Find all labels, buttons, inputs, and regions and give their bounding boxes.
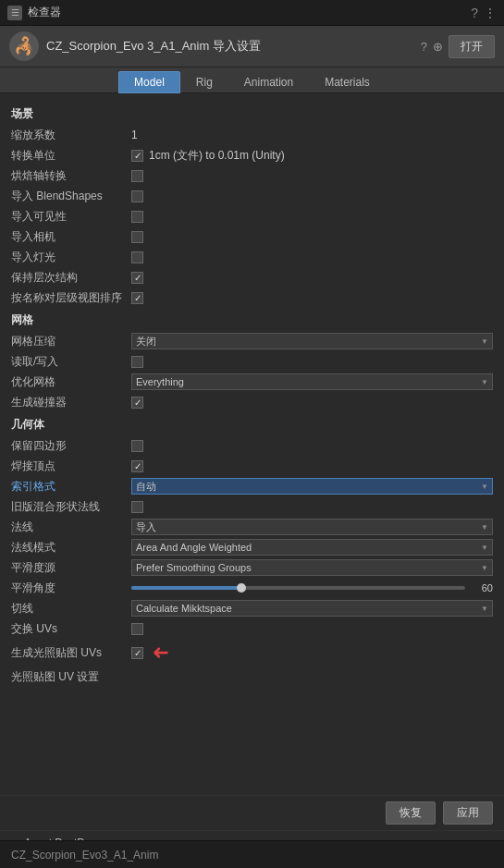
checkbox-bake-axis[interactable]: [131, 170, 143, 182]
convert-units-text: 1cm (文件) to 0.01m (Unity): [149, 148, 285, 164]
tab-rig[interactable]: Rig: [180, 71, 228, 93]
value-weld-vertices: [131, 460, 493, 472]
smoothing-angle-track[interactable]: [131, 586, 465, 590]
chevron-down-icon: ▼: [481, 544, 488, 552]
label-read-write: 读取/写入: [11, 354, 131, 370]
import-settings-title: CZ_Scorpion_Evo 3_A1_Anim 导入设置: [46, 38, 413, 55]
tab-model[interactable]: Model: [118, 71, 180, 93]
value-sort-by-name: [131, 292, 493, 304]
help-icon[interactable]: ?: [471, 6, 478, 20]
checkbox-read-write[interactable]: [131, 356, 143, 368]
more-icon[interactable]: ⋮: [484, 6, 497, 20]
row-import-camera: 导入相机: [11, 227, 493, 246]
revert-button[interactable]: 恢复: [386, 801, 436, 825]
value-legacy-blend: [131, 501, 493, 513]
checkbox-convert-units[interactable]: [131, 150, 143, 162]
row-bake-axis: 烘焙轴转换: [11, 166, 493, 185]
row-smoothing-source: 平滑度源 Prefer Smoothing Groups ▼: [11, 558, 493, 577]
open-button[interactable]: 打开: [449, 35, 495, 58]
value-smoothing-source: Prefer Smoothing Groups ▼: [131, 559, 493, 576]
row-smoothing-angle: 平滑角度 60: [11, 579, 493, 597]
header-lang-icon[interactable]: ⊕: [433, 40, 443, 54]
value-bake-axis: [131, 170, 493, 182]
row-read-write: 读取/写入: [11, 352, 493, 371]
dropdown-mesh-compression-value: 关闭: [136, 335, 156, 348]
checkbox-import-visibility[interactable]: [131, 211, 143, 223]
title-bar-icon: ☰: [7, 6, 22, 20]
chevron-down-icon: ▼: [481, 337, 488, 346]
dropdown-normals-value: 导入: [136, 520, 156, 534]
smoothing-angle-value: 60: [471, 582, 493, 593]
checkbox-preserve-hierarchy[interactable]: [131, 272, 143, 284]
red-arrow-indicator: ➜: [153, 641, 169, 665]
dropdown-smoothing-source[interactable]: Prefer Smoothing Groups ▼: [131, 559, 493, 576]
row-swap-uvs: 交换 UVs: [11, 619, 493, 638]
scale-factor-value: 1: [131, 128, 138, 141]
dropdown-index-format-value: 自动: [136, 480, 156, 494]
label-mesh-compression: 网格压缩: [11, 334, 131, 349]
checkbox-import-lights[interactable]: [131, 251, 143, 263]
label-scale-factor: 缩放系数: [11, 128, 131, 143]
checkbox-legacy-blend[interactable]: [131, 501, 143, 513]
dropdown-normals-mode-value: Area And Angle Weighted: [136, 542, 252, 553]
chevron-down-icon: ▼: [481, 483, 488, 491]
row-tangents: 切线 Calculate Mikktspace ▼: [11, 599, 493, 617]
dropdown-tangents[interactable]: Calculate Mikktspace ▼: [131, 600, 493, 617]
label-legacy-blend: 旧版混合形状法线: [11, 499, 131, 515]
value-swap-uvs: [131, 623, 493, 635]
label-optimize-mesh: 优化网格: [11, 374, 131, 390]
label-keep-quads: 保留四边形: [11, 438, 131, 454]
row-optimize-mesh: 优化网格 Everything ▼: [11, 373, 493, 391]
title-bar: ☰ 检查器 ? ⋮: [0, 0, 504, 26]
apply-button[interactable]: 应用: [443, 801, 493, 825]
label-preserve-hierarchy: 保持层次结构: [11, 270, 131, 286]
dropdown-mesh-compression[interactable]: 关闭 ▼: [131, 333, 493, 349]
row-normals-mode: 法线模式 Area And Angle Weighted ▼: [11, 538, 493, 556]
checkbox-import-blendshapes[interactable]: [131, 190, 143, 202]
value-optimize-mesh: Everything ▼: [131, 373, 493, 390]
checkbox-weld-vertices[interactable]: [131, 460, 143, 472]
dropdown-normals[interactable]: 导入 ▼: [131, 519, 493, 535]
header-help-icon[interactable]: ?: [421, 40, 427, 54]
label-generate-lightmap-uvs: 生成光照贴图 UVs: [11, 645, 131, 661]
dropdown-optimize-mesh[interactable]: Everything ▼: [131, 373, 493, 390]
status-bar: CZ_Scorpion_Evo3_A1_Anim: [0, 840, 504, 868]
tab-materials[interactable]: Materials: [309, 71, 386, 93]
row-convert-units: 转换单位 1cm (文件) to 0.01m (Unity): [11, 146, 493, 165]
checkbox-keep-quads[interactable]: [131, 440, 143, 452]
checkbox-generate-lightmap-uvs[interactable]: [131, 647, 143, 659]
row-import-lights: 导入灯光: [11, 248, 493, 266]
chevron-down-icon: ▼: [481, 523, 488, 532]
dropdown-normals-mode[interactable]: Area And Angle Weighted ▼: [131, 539, 493, 556]
row-legacy-blend: 旧版混合形状法线: [11, 497, 493, 516]
row-preserve-hierarchy: 保持层次结构: [11, 268, 493, 287]
value-normals: 导入 ▼: [131, 519, 493, 535]
geometry-section-label: 几何体: [11, 417, 493, 433]
value-tangents: Calculate Mikktspace ▼: [131, 600, 493, 617]
label-sort-by-name: 按名称对层级视图排序: [11, 290, 131, 306]
smoothing-angle-thumb[interactable]: [237, 583, 246, 593]
main-content: 场景 缩放系数 1 转换单位 1cm (文件) to 0.01m (Unity)…: [0, 93, 504, 795]
smoothing-angle-fill: [131, 586, 241, 590]
dropdown-index-format[interactable]: 自动 ▼: [131, 478, 493, 495]
checkbox-import-camera[interactable]: [131, 231, 143, 243]
label-smoothing-source: 平滑度源: [11, 560, 131, 576]
checkbox-swap-uvs[interactable]: [131, 623, 143, 635]
label-tangents: 切线: [11, 601, 131, 617]
value-import-lights: [131, 251, 493, 263]
row-generate-colliders: 生成碰撞器: [11, 393, 493, 411]
action-row: 恢复 应用: [0, 795, 504, 830]
row-sort-by-name: 按名称对层级视图排序: [11, 288, 493, 307]
value-scale-factor: 1: [131, 128, 493, 141]
value-index-format: 自动 ▼: [131, 478, 493, 495]
checkbox-generate-colliders[interactable]: [131, 397, 143, 409]
checkbox-sort-by-name[interactable]: [131, 292, 143, 304]
row-keep-quads: 保留四边形: [11, 436, 493, 455]
label-import-lights: 导入灯光: [11, 250, 131, 265]
tab-animation[interactable]: Animation: [228, 71, 309, 93]
row-normals: 法线 导入 ▼: [11, 518, 493, 536]
mesh-section-label: 网格: [11, 312, 493, 328]
value-import-camera: [131, 231, 493, 243]
tabs-bar: Model Rig Animation Materials: [0, 67, 504, 93]
header: 🦂 CZ_Scorpion_Evo 3_A1_Anim 导入设置 ? ⊕ 打开: [0, 26, 504, 67]
